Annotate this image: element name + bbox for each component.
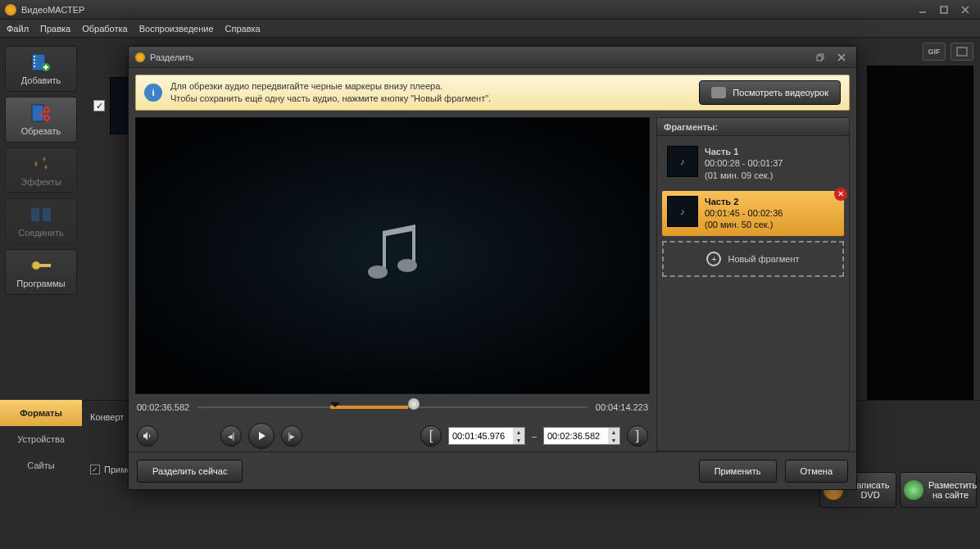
- tab-sites[interactable]: Сайты: [0, 452, 82, 479]
- mute-button[interactable]: [137, 425, 158, 447]
- fragment-duration: (00 мин. 50 сек.): [705, 219, 783, 230]
- dialog-close-button[interactable]: [833, 51, 850, 64]
- fragment-item[interactable]: ♪ Часть 1 00:00:28 - 00:01:37 (01 мин. 0…: [662, 141, 844, 186]
- tool-programs-label: Программы: [16, 279, 65, 288]
- svg-point-19: [397, 259, 417, 272]
- new-fragment-button[interactable]: + Новый фрагмент: [662, 241, 844, 277]
- time-right: 00:04:14.223: [596, 402, 648, 412]
- publish-label: Разместить на сайте: [928, 480, 973, 500]
- range-dash: –: [532, 431, 537, 441]
- svg-rect-11: [43, 208, 51, 221]
- time-left: 00:02:36.582: [137, 402, 189, 412]
- sparkles-icon: [29, 154, 52, 174]
- apply-label: Применить: [715, 466, 761, 476]
- tab-formats[interactable]: Форматы: [0, 400, 82, 426]
- watch-tutorial-button[interactable]: Посмотреть видеоурок: [699, 80, 841, 105]
- tool-add-label: Добавить: [21, 75, 61, 85]
- speaker-icon: [143, 431, 152, 441]
- new-fragment-label: Новый фрагмент: [728, 254, 799, 264]
- tool-add[interactable]: Добавить: [5, 46, 77, 92]
- fragment-item[interactable]: ♪ Часть 2 00:01:45 - 00:02:36 (00 мин. 5…: [662, 191, 844, 236]
- fullscreen-button[interactable]: [951, 43, 973, 61]
- music-note-icon: [352, 215, 433, 297]
- tool-cut[interactable]: Обрезать: [5, 97, 77, 143]
- svg-rect-3: [34, 59, 35, 61]
- dialog-title: Разделить: [150, 52, 193, 62]
- split-dialog: Разделить i Для обрезки аудио передвигай…: [128, 46, 857, 490]
- fragment-thumb-icon: ♪: [667, 196, 698, 227]
- menu-process[interactable]: Обработка: [82, 24, 127, 34]
- split-now-button[interactable]: Разделить сейчас: [137, 460, 243, 483]
- next-button[interactable]: |▸: [281, 425, 302, 447]
- cancel-button[interactable]: Отмена: [785, 460, 848, 483]
- tool-programs[interactable]: Программы: [5, 249, 77, 295]
- info-line2: Чтобы сохранить ещё одну часть аудио, на…: [170, 93, 491, 105]
- menu-playback[interactable]: Воспроизведение: [139, 24, 214, 34]
- item-checkbox[interactable]: ✓: [93, 100, 105, 111]
- publish-button[interactable]: Разместить на сайте: [900, 472, 977, 508]
- set-start-button[interactable]: [: [420, 425, 442, 447]
- minimize-button[interactable]: [913, 3, 932, 16]
- fragment-range: 00:00:28 - 00:01:37: [705, 157, 783, 169]
- svg-rect-13: [39, 264, 51, 267]
- player-controls: ◂| |▸ [ 00:01:45.976▲▼ – 00:02:36.582▲▼ …: [135, 420, 650, 451]
- preview-pane: 00:00:00: [867, 66, 973, 418]
- fragments-list: ♪ Часть 1 00:00:28 - 00:01:37 (01 мин. 0…: [656, 135, 850, 451]
- filmstrip-add-icon: [29, 52, 52, 72]
- prev-button[interactable]: ◂|: [220, 425, 242, 447]
- fragment-thumb-icon: ♪: [667, 146, 698, 177]
- dialog-logo-icon: [135, 52, 145, 62]
- set-end-button[interactable]: ]: [627, 425, 648, 447]
- fragment-title: Часть 2: [705, 196, 783, 207]
- apply-button[interactable]: Применить: [699, 460, 777, 483]
- split-now-label: Разделить сейчас: [152, 466, 227, 476]
- svg-point-12: [32, 261, 40, 270]
- watch-tutorial-label: Посмотреть видеоурок: [733, 88, 828, 98]
- cancel-label: Отмена: [801, 466, 833, 476]
- menu-help[interactable]: Справка: [225, 24, 261, 34]
- bracket-open-icon: [: [423, 425, 439, 447]
- fragment-title: Часть 1: [705, 146, 783, 157]
- key-icon: [29, 256, 52, 275]
- gif-button[interactable]: GIF: [923, 43, 946, 61]
- dialog-restore-button[interactable]: [812, 51, 828, 64]
- close-button[interactable]: [955, 3, 975, 16]
- fragment-duration: (01 мин. 09 сек.): [705, 170, 783, 181]
- start-time-value: 00:01:45.976: [452, 431, 505, 441]
- bottom-tabs: Форматы Устройства Сайты: [0, 400, 82, 479]
- camera-icon: [711, 87, 726, 98]
- tab-formats-label: Форматы: [20, 408, 62, 418]
- svg-rect-4: [34, 62, 35, 64]
- plus-icon: +: [706, 252, 721, 266]
- trim-slider[interactable]: [197, 401, 588, 414]
- tool-effects: Эффекты: [5, 147, 77, 193]
- app-logo-icon: [5, 4, 16, 16]
- svg-rect-0: [941, 7, 947, 13]
- trim-marker-start[interactable]: [330, 402, 340, 412]
- info-line1: Для обрезки аудио передвигайте черные ма…: [170, 80, 491, 93]
- gif-label: GIF: [928, 48, 941, 56]
- maximize-button[interactable]: [934, 3, 954, 16]
- player-panel: 00:02:36.582 00:04:14.223 ◂| |▸ [ 00:01:…: [135, 117, 650, 451]
- start-time-input[interactable]: 00:01:45.976▲▼: [448, 427, 525, 445]
- dialog-footer: Разделить сейчас Применить Отмена: [129, 451, 856, 489]
- play-icon: [256, 430, 267, 442]
- menu-file[interactable]: Файл: [7, 24, 29, 34]
- filmstrip-scissors-icon: [29, 103, 52, 123]
- bracket-close-icon: ]: [629, 425, 646, 447]
- playhead-handle[interactable]: [408, 398, 420, 410]
- player-viewport[interactable]: [135, 117, 650, 394]
- fragments-panel: Фрагменты: ♪ Часть 1 00:00:28 - 00:01:37…: [656, 117, 850, 451]
- tab-devices-label: Устройства: [17, 434, 65, 444]
- play-button[interactable]: [248, 423, 274, 449]
- menu-edit[interactable]: Правка: [40, 24, 70, 34]
- svg-rect-10: [31, 208, 39, 221]
- end-time-input[interactable]: 00:02:36.582▲▼: [543, 427, 620, 445]
- tool-join: Соединить: [5, 198, 77, 244]
- svg-rect-2: [34, 56, 35, 57]
- fragment-delete-button[interactable]: ✕: [834, 188, 847, 201]
- tool-cut-label: Обрезать: [21, 126, 61, 136]
- svg-rect-17: [817, 56, 822, 61]
- end-time-value: 00:02:36.582: [547, 431, 600, 441]
- tab-devices[interactable]: Устройства: [0, 426, 82, 452]
